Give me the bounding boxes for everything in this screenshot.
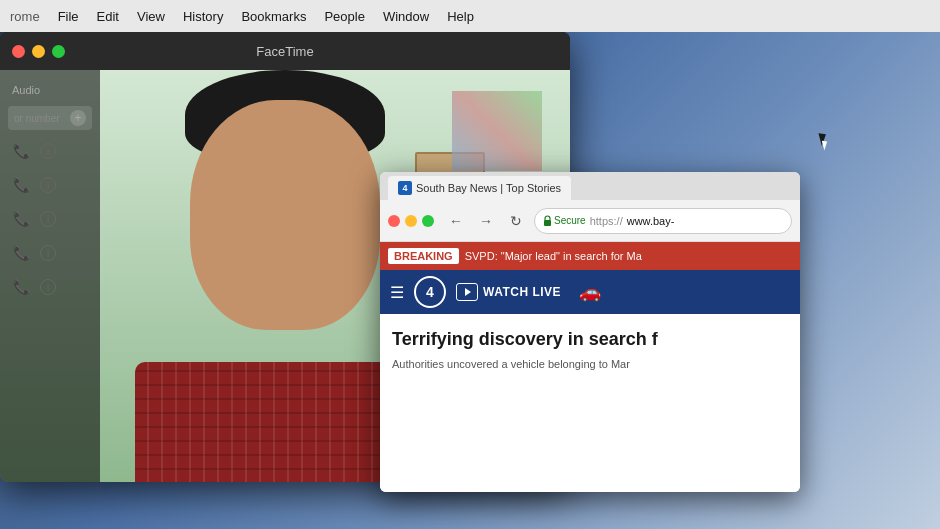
menubar-bookmarks[interactable]: Bookmarks — [241, 9, 306, 24]
contact-row-4: 📞 i — [0, 236, 100, 270]
watch-live-button[interactable]: WATCH LIVE — [456, 283, 561, 301]
info-icon-3[interactable]: i — [40, 211, 56, 227]
forward-button[interactable]: → — [474, 209, 498, 233]
phone-icon-4[interactable]: 📞 — [10, 242, 32, 264]
hamburger-icon[interactable]: ☰ — [390, 283, 404, 302]
tab-favicon: 4 — [398, 181, 412, 195]
minimize-button[interactable] — [32, 45, 45, 58]
info-icon-4[interactable]: i — [40, 245, 56, 261]
chrome-toolbar: ← → ↻ Secure https:// www.bay- — [380, 200, 800, 242]
info-icon-2[interactable]: i — [40, 177, 56, 193]
phone-icon-1[interactable]: 📞 — [10, 140, 32, 162]
menubar-chrome[interactable]: rome — [10, 9, 40, 24]
chrome-maximize-button[interactable] — [422, 215, 434, 227]
menubar-view[interactable]: View — [137, 9, 165, 24]
input-placeholder: or number — [14, 113, 60, 124]
contact-row-5: 📞 i — [0, 270, 100, 304]
close-button[interactable] — [12, 45, 25, 58]
back-button[interactable]: ← — [444, 209, 468, 233]
phone-number-input[interactable]: or number + — [8, 106, 92, 130]
chrome-window: 4 South Bay News | Top Stories ← → ↻ — [380, 172, 800, 492]
facetime-sidebar: Audio or number + 📞 i 📞 i 📞 i — [0, 70, 100, 482]
chrome-minimize-button[interactable] — [405, 215, 417, 227]
chrome-tab-active[interactable]: 4 South Bay News | Top Stories — [388, 176, 571, 200]
main-area: FaceTime Audio or number + — [0, 32, 940, 529]
svg-rect-0 — [544, 220, 551, 226]
menubar-file[interactable]: File — [58, 9, 79, 24]
lock-icon — [543, 215, 552, 226]
menubar-help[interactable]: Help — [447, 9, 474, 24]
article-subtext: Authorities uncovered a vehicle belongin… — [392, 357, 788, 372]
breaking-label: BREAKING — [388, 248, 459, 264]
chrome-tabbar: 4 South Bay News | Top Stories — [380, 172, 800, 200]
audio-label: Audio — [0, 78, 100, 102]
menubar-window[interactable]: Window — [383, 9, 429, 24]
contact-row-1: 📞 i — [0, 134, 100, 168]
menubar: rome File Edit View History Bookmarks Pe… — [0, 0, 940, 32]
traffic-lights — [12, 45, 65, 58]
contact-row-3: 📞 i — [0, 202, 100, 236]
watch-live-label: WATCH LIVE — [483, 285, 561, 299]
info-icon-1[interactable]: i — [40, 143, 56, 159]
article-area: Terrifying discovery in search f Authori… — [380, 314, 800, 492]
secure-text: Secure — [554, 215, 586, 226]
menubar-history[interactable]: History — [183, 9, 223, 24]
poster-area — [452, 91, 542, 171]
reload-button[interactable]: ↻ — [504, 209, 528, 233]
car-icon: 🚗 — [579, 281, 601, 303]
maximize-button[interactable] — [52, 45, 65, 58]
url-https: https:// — [590, 215, 623, 227]
breaking-text: SVPD: "Major lead" in search for Ma — [465, 250, 642, 262]
channel4-logo[interactable]: 4 — [414, 276, 446, 308]
url-domain: www.bay- — [627, 215, 675, 227]
menubar-edit[interactable]: Edit — [97, 9, 119, 24]
secure-badge: Secure — [543, 215, 586, 226]
contact-row-2: 📞 i — [0, 168, 100, 202]
menubar-people[interactable]: People — [324, 9, 364, 24]
chrome-traffic-lights — [388, 215, 434, 227]
chrome-close-button[interactable] — [388, 215, 400, 227]
address-bar[interactable]: Secure https:// www.bay- — [534, 208, 792, 234]
facetime-titlebar: FaceTime — [0, 32, 570, 70]
add-contact-button[interactable]: + — [70, 110, 86, 126]
phone-icon-5[interactable]: 📞 — [10, 276, 32, 298]
person-face-skin — [190, 100, 380, 330]
phone-icon-3[interactable]: 📞 — [10, 208, 32, 230]
facetime-title: FaceTime — [256, 44, 313, 59]
article-headline: Terrifying discovery in search f — [392, 328, 788, 351]
play-triangle-icon — [465, 288, 471, 296]
breaking-news-bar: BREAKING SVPD: "Major lead" in search fo… — [380, 242, 800, 270]
tab-title: South Bay News | Top Stories — [416, 182, 561, 194]
news-navbar: ☰ 4 WATCH LIVE 🚗 — [380, 270, 800, 314]
info-icon-5[interactable]: i — [40, 279, 56, 295]
phone-icon-2[interactable]: 📞 — [10, 174, 32, 196]
play-icon-box — [456, 283, 478, 301]
